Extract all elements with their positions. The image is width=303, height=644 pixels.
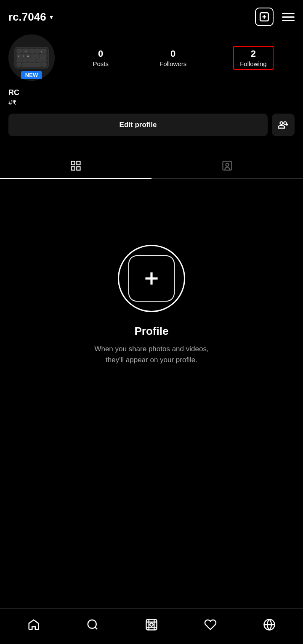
new-badge: NEW [21, 71, 42, 79]
posts-count: 0 [98, 48, 103, 59]
svg-rect-13 [31, 54, 35, 58]
tab-tagged[interactable] [152, 153, 303, 178]
nav-reels[interactable] [139, 615, 164, 634]
svg-text:Y: Y [25, 50, 27, 53]
svg-text:G: G [23, 55, 24, 58]
add-person-icon [278, 119, 289, 130]
avatar-wrap: T Y F G H 9 NEW [8, 34, 55, 81]
empty-state-subtitle: When you share photos and videos,they'll… [94, 344, 208, 365]
followers-label: Followers [159, 60, 186, 67]
svg-rect-17 [23, 58, 27, 62]
header-left: rc.7046 ▾ [8, 11, 53, 24]
following-count: 2 [251, 48, 256, 59]
grid-icon [70, 160, 82, 172]
svg-rect-19 [32, 58, 36, 62]
chevron-down-icon[interactable]: ▾ [50, 13, 53, 21]
action-row: Edit profile [8, 114, 295, 136]
svg-rect-42 [146, 620, 157, 630]
svg-text:T: T [19, 50, 21, 53]
svg-rect-18 [28, 58, 32, 62]
upload-inner [128, 255, 175, 302]
svg-rect-36 [223, 162, 232, 170]
svg-rect-23 [42, 63, 46, 66]
hamburger-line [282, 20, 295, 21]
svg-rect-34 [72, 167, 75, 170]
create-post-button[interactable] [255, 8, 274, 26]
svg-rect-32 [72, 162, 75, 165]
empty-state-title: Profile [135, 325, 169, 338]
followers-stat[interactable]: 0 Followers [155, 46, 191, 70]
hamburger-line [282, 16, 295, 18]
edit-profile-button[interactable]: Edit profile [8, 114, 268, 136]
posts-stat[interactable]: 0 Posts [88, 46, 113, 70]
reels-icon [145, 618, 158, 631]
hamburger-line [282, 13, 295, 14]
svg-rect-8 [35, 49, 40, 53]
header-right [255, 8, 295, 26]
tab-grid[interactable] [0, 153, 152, 178]
posts-label: Posts [93, 60, 109, 67]
stats-area: 0 Posts 0 Followers 2 Following [67, 46, 295, 70]
svg-text:F: F [18, 55, 19, 58]
plus-icon [141, 268, 162, 289]
profile-name: RC [8, 88, 295, 97]
svg-rect-33 [77, 162, 80, 165]
nav-profile[interactable] [257, 615, 282, 634]
profile-top: T Y F G H 9 NEW 0 Posts 0 Followers 2 [8, 34, 295, 81]
menu-button[interactable] [282, 13, 295, 21]
svg-rect-14 [35, 54, 39, 58]
svg-rect-7 [29, 49, 34, 53]
tabs-row [0, 153, 303, 179]
svg-rect-35 [77, 167, 80, 170]
nav-likes[interactable] [198, 615, 223, 634]
nav-search[interactable] [80, 615, 105, 634]
svg-rect-15 [40, 54, 46, 58]
add-person-button[interactable] [272, 114, 295, 136]
svg-rect-21 [17, 63, 21, 66]
following-stat[interactable]: 2 Following [233, 46, 273, 70]
svg-point-43 [150, 623, 153, 626]
plus-square-icon [259, 11, 270, 22]
home-icon [27, 618, 40, 631]
nav-home[interactable] [21, 615, 46, 634]
content-area: Profile When you share photos and videos… [0, 179, 303, 431]
svg-point-37 [226, 163, 229, 166]
tagged-icon [221, 160, 233, 172]
following-label: Following [240, 60, 266, 67]
svg-line-41 [95, 627, 97, 629]
svg-point-40 [88, 620, 96, 628]
svg-rect-22 [22, 63, 41, 66]
svg-text:H: H [27, 55, 29, 58]
search-icon [86, 618, 99, 631]
profile-section: T Y F G H 9 NEW 0 Posts 0 Followers 2 [0, 30, 303, 145]
svg-rect-20 [37, 58, 46, 62]
profile-globe-icon [263, 618, 276, 631]
header: rc.7046 ▾ [0, 0, 303, 30]
followers-count: 0 [170, 48, 175, 59]
svg-rect-16 [17, 58, 22, 62]
heart-icon [204, 618, 217, 631]
username-label[interactable]: rc.7046 [8, 11, 46, 24]
upload-circle-button[interactable] [118, 245, 185, 312]
bottom-nav [0, 608, 303, 644]
profile-bio: #₹ [8, 99, 295, 107]
